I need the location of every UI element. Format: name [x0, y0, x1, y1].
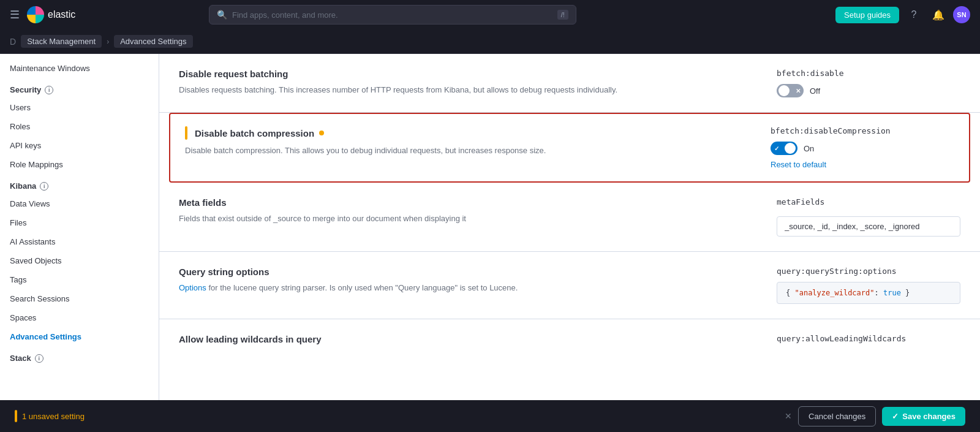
breadcrumb-menu-icon[interactable]: D — [10, 37, 16, 47]
setting-meta-fields: Meta fields Fields that exist outside of… — [159, 183, 980, 252]
setting-disable-batch-compression-container: Disable batch compression Disable batch … — [169, 113, 970, 183]
changed-dot-icon — [319, 131, 324, 135]
sidebar-item-api-keys[interactable]: API keys — [0, 136, 159, 155]
search-input[interactable] — [232, 10, 552, 20]
sidebar-item-saved-objects[interactable]: Saved Objects — [0, 251, 159, 270]
hamburger-icon[interactable]: ☰ — [10, 8, 20, 21]
toggle-x-icon: ✕ — [796, 88, 801, 94]
toggle-thumb — [778, 85, 790, 96]
sidebar-item-roles[interactable]: Roles — [0, 117, 159, 136]
sidebar: Maintenance Windows Security i Users Rol… — [0, 54, 159, 400]
sidebar-item-role-mappings[interactable]: Role Mappings — [0, 155, 159, 174]
security-info-icon[interactable]: i — [45, 86, 53, 94]
setting-title-disable-batch-compression: Disable batch compression — [185, 126, 751, 140]
elastic-logo-text: elastic — [48, 9, 75, 20]
nav-right: Setup guides ? 🔔 SN — [835, 5, 970, 25]
setting-desc-disable-batch-compression: Disable batch compression. This allows y… — [185, 145, 751, 157]
sidebar-item-tags[interactable]: Tags — [0, 270, 159, 289]
search-shortcut: /! — [557, 10, 568, 20]
sidebar-item-maintenance-windows[interactable]: Maintenance Windows — [0, 59, 159, 78]
setting-key-meta-fields: metaFields — [777, 197, 960, 207]
sidebar-item-ai-assistants[interactable]: AI Assistants — [0, 232, 159, 251]
main-content: Disable request batching Disables reques… — [159, 54, 980, 400]
breadcrumb-separator: › — [107, 37, 109, 46]
elastic-logo: elastic — [27, 6, 75, 23]
toggle-disable-batch-compression[interactable]: ✓ — [771, 142, 797, 155]
search-icon: 🔍 — [217, 10, 227, 20]
toggle-wrap-disable-batch-compression: ✓ On — [771, 142, 954, 155]
setting-title-allow-leading-wildcards: Allow leading wildcards in query — [179, 334, 757, 344]
changed-bar-icon — [185, 126, 187, 140]
sidebar-section-kibana: Kibana i — [0, 174, 159, 194]
top-nav: ☰ elastic 🔍 /! Setup guides ? 🔔 SN — [0, 0, 980, 29]
stack-info-icon[interactable]: i — [35, 354, 43, 363]
sidebar-section-security: Security i — [0, 78, 159, 98]
toggle-label-disable-batch-compression: On — [804, 144, 814, 153]
app-container: Maintenance Windows Security i Users Rol… — [0, 54, 980, 400]
elastic-logo-circle — [27, 6, 44, 23]
toggle-wrap-disable-request-batching: ✕ Off — [777, 84, 960, 97]
meta-fields-input[interactable] — [777, 216, 960, 237]
help-icon[interactable]: ? — [904, 5, 924, 25]
query-string-code-block: { "analyze_wildcard": true } — [777, 282, 960, 304]
sidebar-item-files[interactable]: Files — [0, 213, 159, 232]
setting-desc-meta-fields: Fields that exist outside of _source to … — [179, 213, 757, 225]
setting-key-allow-leading-wildcards: query:allowLeadingWildcards — [777, 334, 960, 343]
avatar[interactable]: SN — [953, 6, 970, 23]
sidebar-item-advanced-settings[interactable]: Advanced Settings — [0, 327, 159, 346]
notifications-icon[interactable]: 🔔 — [929, 5, 948, 25]
sidebar-item-data-views[interactable]: Data Views — [0, 194, 159, 213]
setting-disable-request-batching: Disable request batching Disables reques… — [159, 54, 980, 113]
sidebar-section-stack: Stack i — [0, 346, 159, 366]
global-search-bar[interactable]: 🔍 /! — [209, 5, 576, 25]
toggle-disable-request-batching[interactable]: ✕ — [777, 84, 804, 97]
setting-desc-disable-request-batching: Disables requests batching. This increas… — [179, 84, 757, 96]
setting-desc-query-string-options: Options for the lucene query string pars… — [179, 282, 757, 294]
setting-allow-leading-wildcards: Allow leading wildcards in query query:a… — [159, 319, 980, 364]
breadcrumb-stack-management[interactable]: Stack Management — [21, 35, 102, 48]
setting-key-query-string-options: query:queryString:options — [777, 267, 960, 276]
setting-query-string-options: Query string options Options for the luc… — [159, 252, 980, 319]
sidebar-item-users[interactable]: Users — [0, 98, 159, 117]
toggle-thumb-on — [785, 143, 796, 154]
kibana-info-icon[interactable]: i — [40, 182, 48, 191]
setup-guides-button[interactable]: Setup guides — [835, 7, 899, 23]
setting-key-disable-request-batching: bfetch:disable — [777, 69, 960, 78]
setting-key-disable-batch-compression: bfetch:disableCompression — [771, 126, 954, 135]
sidebar-item-spaces[interactable]: Spaces — [0, 308, 159, 327]
toggle-label-disable-request-batching: Off — [810, 86, 820, 96]
sidebar-item-search-sessions[interactable]: Search Sessions — [0, 289, 159, 308]
setting-title-query-string-options: Query string options — [179, 267, 757, 277]
setting-title-meta-fields: Meta fields — [179, 197, 757, 208]
breadcrumb-advanced-settings[interactable]: Advanced Settings — [114, 35, 192, 48]
setting-title-disable-request-batching: Disable request batching — [179, 69, 757, 79]
reset-to-default-link[interactable]: Reset to default — [771, 160, 954, 169]
setting-disable-batch-compression: Disable batch compression Disable batch … — [170, 114, 969, 181]
breadcrumb: D Stack Management › Advanced Settings — [0, 29, 980, 54]
toggle-check-icon: ✓ — [774, 145, 779, 152]
options-link[interactable]: Options — [179, 283, 206, 292]
